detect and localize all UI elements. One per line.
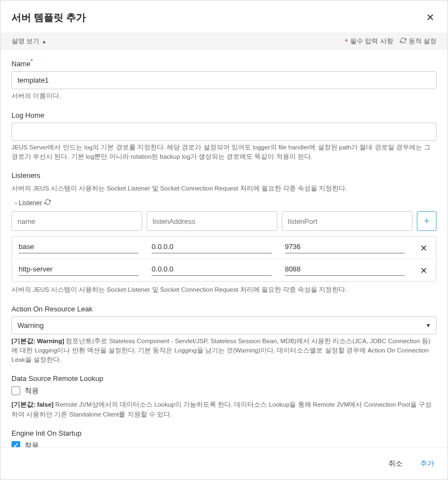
refresh-icon (44, 199, 51, 207)
chevron-up-icon: ▲ (42, 39, 46, 44)
field-log-home: Log Home JEUS Server에서 만드는 log의 기본 경로를 지… (11, 111, 437, 162)
action-leak-select[interactable]: Warning (11, 316, 437, 334)
action-leak-label: Action On Resource Leak (11, 305, 437, 313)
ds-remote-help: [기본값: false] Remote JVM상에서의 데이터소스 Lookup… (11, 400, 437, 419)
close-icon: ✕ (420, 266, 427, 275)
close-icon: ✕ (426, 12, 434, 23)
listener-cell-address[interactable]: 0.0.0.0 (152, 265, 271, 276)
field-name: Name* 서버의 이름이다. (11, 58, 437, 101)
listeners-help: 서버의 JEUS 시스템이 사용하는 Socket Listener 및 Soc… (11, 184, 437, 193)
name-help: 서버의 이름이다. (11, 91, 437, 101)
engine-init-checkbox-label: 적용 (25, 441, 39, 447)
field-engine-init: Engine Init On Startup 적용 [기본값: true] 서버… (11, 429, 437, 447)
listener-sub-label: - Listener (15, 199, 437, 207)
action-leak-help-text: 컴포넌트(주로 Stateless Component - Servlet/JS… (11, 338, 430, 363)
log-home-help: JEUS Server에서 만드는 log의 기본 경로를 지정한다. 해당 경… (11, 143, 437, 162)
add-listener-button[interactable]: + (417, 211, 437, 231)
action-leak-select-wrap: Warning ▼ (11, 316, 437, 334)
listener-input-row: + (11, 211, 437, 231)
listener-cell-port[interactable]: 9736 (285, 242, 405, 253)
ds-remote-checkbox-row: 적용 (11, 386, 437, 396)
close-button[interactable]: ✕ (424, 9, 437, 26)
dialog-content: Name* 서버의 이름이다. Log Home JEUS Server에서 만… (1, 50, 447, 447)
refresh-icon (400, 37, 406, 45)
ds-remote-checkbox-label: 적용 (25, 386, 39, 396)
dynamic-legend: 동적 설정 (400, 37, 437, 46)
ds-remote-help-bold: [기본값: false] (11, 401, 54, 408)
dialog-header: 서버 템플릿 추가 ✕ (1, 1, 447, 32)
cancel-button[interactable]: 취소 (386, 455, 405, 472)
field-action-leak: Action On Resource Leak Warning ▼ [기본값: … (11, 305, 437, 365)
dialog: 서버 템플릿 추가 ✕ 설명 보기 ▲ * 필수 입력 사항 동적 설정 (0, 0, 448, 480)
listener-address-input[interactable] (147, 211, 277, 231)
name-label-text: Name (11, 60, 31, 68)
log-home-label: Log Home (11, 111, 437, 119)
name-label: Name* (11, 58, 437, 68)
action-leak-help-bold: [기본값: Warning] (11, 338, 64, 344)
listener-cell-name[interactable]: base (19, 242, 138, 253)
listener-cell-name[interactable]: http-server (19, 265, 138, 276)
ds-remote-label: Data Source Remote Lookup (11, 374, 437, 383)
dialog-footer: 취소 추가 (1, 447, 447, 479)
ds-remote-checkbox[interactable] (11, 386, 20, 395)
field-ds-remote: Data Source Remote Lookup 적용 [기본값: false… (11, 374, 437, 419)
engine-init-label: Engine Init On Startup (11, 429, 437, 437)
required-legend-label: 필수 입력 사항 (350, 37, 393, 46)
listener-row: base 0.0.0.0 9736 ✕ (12, 237, 436, 259)
listeners-label: Listeners (11, 171, 437, 180)
log-home-input[interactable] (11, 123, 437, 141)
delete-listener-button[interactable]: ✕ (418, 243, 429, 253)
plus-icon: + (424, 216, 430, 227)
listener-name-input[interactable] (11, 211, 142, 231)
description-toggle-label: 설명 보기 (11, 37, 39, 46)
listeners-help-2: 서버의 JEUS 시스템이 사용하는 Socket Listener 및 Soc… (11, 285, 437, 294)
listener-cell-port[interactable]: 8088 (285, 265, 405, 276)
required-legend: * 필수 입력 사항 (345, 37, 393, 46)
listener-table: base 0.0.0.0 9736 ✕ http-server 0.0.0.0 … (11, 236, 437, 282)
dynamic-legend-label: 동적 설정 (409, 37, 437, 46)
listener-cell-address[interactable]: 0.0.0.0 (152, 242, 271, 253)
engine-init-checkbox-row: 적용 (11, 441, 437, 447)
name-input[interactable] (11, 71, 437, 89)
listener-row: http-server 0.0.0.0 8088 ✕ (12, 259, 436, 281)
submit-button[interactable]: 추가 (418, 455, 437, 472)
close-icon: ✕ (420, 244, 427, 253)
engine-init-checkbox[interactable] (11, 441, 20, 447)
ds-remote-help-text: Remote JVM상에서의 데이터소스 Lookup이 가능하도록 한다. 데… (11, 401, 432, 417)
listener-port-input[interactable] (282, 211, 412, 231)
listener-sub-text: - Listener (15, 199, 42, 207)
required-marker: * (31, 58, 33, 65)
action-leak-help: [기본값: Warning] 컴포넌트(주로 Stateless Compone… (11, 337, 437, 365)
field-listeners: Listeners 서버의 JEUS 시스템이 사용하는 Socket List… (11, 171, 437, 295)
asterisk-icon: * (345, 37, 348, 46)
toolbar: 설명 보기 ▲ * 필수 입력 사항 동적 설정 (1, 32, 447, 50)
dialog-title: 서버 템플릿 추가 (11, 11, 86, 24)
toolbar-legend: * 필수 입력 사항 동적 설정 (345, 37, 437, 46)
delete-listener-button[interactable]: ✕ (418, 265, 429, 276)
description-toggle[interactable]: 설명 보기 ▲ (11, 37, 46, 46)
